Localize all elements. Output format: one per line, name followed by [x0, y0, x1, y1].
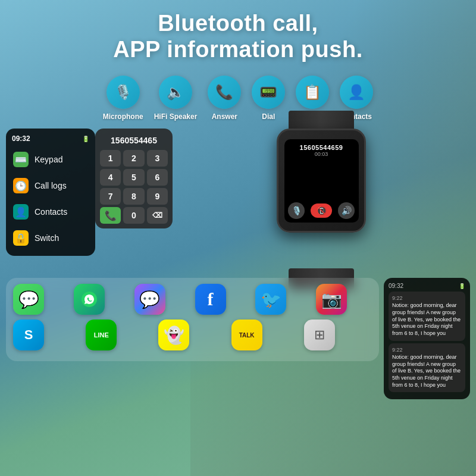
dial-key-5[interactable]: 5 — [123, 169, 144, 186]
app-facebook[interactable]: f — [195, 284, 226, 315]
bottom-section: 💬 💬 f 🐦 📷 S LINE 👻 TALK ⊞ 09:32 🔋 — [0, 274, 476, 403]
notification-message-1: 9:22 Notice: good morning, dear group fr… — [389, 292, 465, 340]
notif-watch-header: 09:32 🔋 — [389, 283, 465, 289]
notif-watch-time: 09:32 — [389, 283, 403, 289]
dial-key-2[interactable]: 2 — [123, 150, 144, 167]
menu-item-call-logs[interactable]: 🕒 Call logs — [6, 173, 95, 199]
hifi-speaker-icon: 🔈 — [159, 76, 192, 109]
notification-message-2: 9:22 Notice: good morning, dear group fr… — [389, 343, 465, 392]
dialpad-grid: 1 2 3 4 5 6 7 8 9 📞 0 ⌫ — [100, 150, 168, 224]
watch-area: 15605544659 00:03 🎙️ 📵 🔊 — [173, 129, 470, 271]
menu-item-switch[interactable]: 🔒 Switch — [6, 225, 95, 251]
features-row: 🎙️ Microphone 🔈 HiFi Speaker 📞 Answer 📟 … — [0, 68, 476, 126]
switch-label: Switch — [35, 233, 59, 243]
watch-mute-button[interactable]: 🎙️ — [288, 202, 305, 219]
dialpad-number: 1560554465 — [100, 133, 168, 150]
app-snapchat[interactable]: 👻 — [158, 320, 189, 350]
app-line[interactable]: LINE — [86, 320, 117, 350]
app-messenger[interactable]: 💬 — [134, 284, 165, 315]
app-more[interactable]: ⊞ — [304, 320, 335, 350]
app-twitter[interactable]: 🐦 — [255, 284, 286, 315]
dial-key-4[interactable]: 4 — [100, 169, 121, 186]
phone-battery-icon: 🔋 — [82, 136, 89, 142]
notif-msg-1-time: 9:22 — [392, 295, 462, 301]
menu-item-keypad[interactable]: ⌨️ Keypad — [6, 146, 95, 173]
call-logs-label: Call logs — [35, 181, 67, 190]
keypad-label: Keypad — [35, 155, 62, 164]
answer-icon: 📞 — [208, 76, 241, 109]
notif-msg-1-text: Notice: good morning, dear group friends… — [392, 302, 462, 337]
feature-dial: 📟 Dial — [252, 76, 285, 121]
notification-watch-panel: 09:32 🔋 9:22 Notice: good morning, dear … — [384, 278, 470, 399]
app-whatsapp[interactable] — [74, 284, 105, 315]
watch-call-buttons: 🎙️ 📵 🔊 — [288, 202, 355, 219]
dial-key-8[interactable]: 8 — [123, 188, 144, 205]
microphone-icon: 🎙️ — [107, 76, 140, 109]
header-section: Bluetooth call, APP information push. — [0, 0, 476, 68]
watch-call-duration: 00:03 — [288, 151, 355, 157]
app-icons-row1: 💬 💬 f 🐦 📷 — [13, 284, 372, 315]
dial-label: Dial — [262, 112, 275, 121]
answer-label: Answer — [212, 112, 237, 121]
dial-key-7[interactable]: 7 — [100, 188, 121, 205]
contacts-icon: 👤 — [340, 76, 373, 109]
switch-icon: 🔒 — [13, 230, 29, 246]
keypad-icon: ⌨️ — [13, 152, 29, 167]
dial-delete-button[interactable]: ⌫ — [147, 207, 168, 224]
recent-icon: 📋 — [296, 76, 329, 109]
app-icons-panel: 💬 💬 f 🐦 📷 S LINE 👻 TALK ⊞ — [6, 278, 379, 361]
app-imessage[interactable]: 💬 — [13, 284, 44, 315]
watch-speaker-button[interactable]: 🔊 — [338, 202, 355, 219]
watch-hangup-button[interactable]: 📵 — [311, 203, 332, 218]
notif-msg-2-text: Notice: good morning, dear group friends… — [392, 354, 462, 389]
watch-body: 15605544659 00:03 🎙️ 📵 🔊 — [277, 129, 366, 233]
phone-menu-panel: 09:32 🔋 ⌨️ Keypad 🕒 Call logs 👤 Contacts… — [6, 129, 95, 256]
app-instagram[interactable]: 📷 — [316, 284, 347, 315]
dial-key-3[interactable]: 3 — [147, 150, 168, 167]
dialpad-panel: 1560554465 1 2 3 4 5 6 7 8 9 📞 0 ⌫ — [95, 129, 173, 228]
dial-icon: 📟 — [252, 76, 285, 109]
watch-wrapper: 15605544659 00:03 🎙️ 📵 🔊 — [262, 129, 381, 271]
app-skype[interactable]: S — [13, 320, 44, 350]
feature-answer: 📞 Answer — [208, 76, 241, 121]
page-title: Bluetooth call, APP information push. — [12, 11, 464, 62]
watch-call-number: 15605544659 — [288, 144, 355, 151]
feature-microphone: 🎙️ Microphone — [103, 76, 143, 121]
menu-item-contacts[interactable]: 👤 Contacts — [6, 199, 95, 225]
phone-time: 09:32 — [12, 134, 30, 143]
dial-key-6[interactable]: 6 — [147, 169, 168, 186]
app-kakao[interactable]: TALK — [231, 320, 262, 350]
main-content: Bluetooth call, APP information push. 🎙️… — [0, 0, 476, 476]
microphone-label: Microphone — [103, 112, 143, 121]
dial-key-1[interactable]: 1 — [100, 150, 121, 167]
feature-hifi-speaker: 🔈 HiFi Speaker — [154, 76, 198, 121]
notif-battery-icon: 🔋 — [459, 283, 465, 289]
hifi-speaker-label: HiFi Speaker — [154, 112, 198, 121]
dial-key-0[interactable]: 0 — [123, 207, 144, 224]
middle-section: 09:32 🔋 ⌨️ Keypad 🕒 Call logs 👤 Contacts… — [0, 126, 476, 274]
contacts-menu-icon: 👤 — [13, 204, 29, 220]
dial-key-9[interactable]: 9 — [147, 188, 168, 205]
phone-menu-header: 09:32 🔋 — [6, 133, 95, 146]
dial-call-button[interactable]: 📞 — [100, 207, 121, 224]
contacts-menu-label: Contacts — [35, 207, 67, 217]
app-icons-row2: S LINE 👻 TALK ⊞ — [13, 320, 372, 350]
call-logs-icon: 🕒 — [13, 178, 29, 193]
notif-msg-2-time: 9:22 — [392, 347, 462, 353]
watch-screen: 15605544659 00:03 🎙️ 📵 🔊 — [284, 139, 359, 223]
